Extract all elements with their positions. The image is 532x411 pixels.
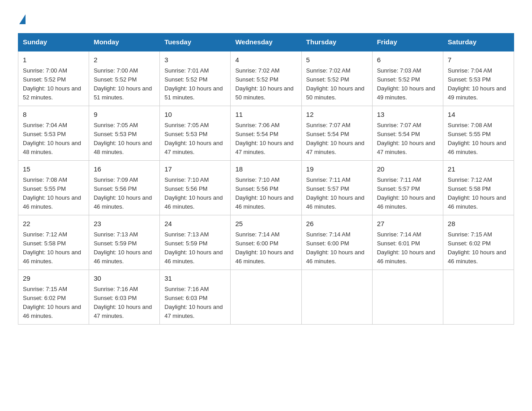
day-info: Sunrise: 7:05 AMSunset: 5:53 PMDaylight:… [94,121,155,157]
day-info: Sunrise: 7:02 AMSunset: 5:52 PMDaylight:… [235,66,296,103]
calendar-week-row: 1Sunrise: 7:00 AMSunset: 5:52 PMDaylight… [18,51,514,106]
day-info: Sunrise: 7:04 AMSunset: 5:53 PMDaylight:… [23,121,84,157]
day-number: 8 [23,110,84,120]
day-number: 1 [23,55,84,65]
calendar-day-cell: 18Sunrise: 7:10 AMSunset: 5:56 PMDayligh… [231,161,301,215]
day-info: Sunrise: 7:08 AMSunset: 5:55 PMDaylight:… [23,176,84,212]
day-of-week-header: Saturday [443,34,514,51]
day-number: 27 [377,219,438,229]
day-number: 13 [377,110,438,120]
day-number: 22 [23,219,84,229]
day-number: 12 [306,110,368,120]
calendar-day-cell: 8Sunrise: 7:04 AMSunset: 5:53 PMDaylight… [18,106,89,161]
day-info: Sunrise: 7:10 AMSunset: 5:56 PMDaylight:… [235,176,296,212]
day-number: 14 [448,110,509,120]
day-number: 20 [377,164,438,175]
calendar-day-cell: 17Sunrise: 7:10 AMSunset: 5:56 PMDayligh… [160,161,231,215]
calendar-week-row: 8Sunrise: 7:04 AMSunset: 5:53 PMDaylight… [18,106,514,161]
calendar-table: SundayMondayTuesdayWednesdayThursdayFrid… [18,33,514,325]
day-number: 2 [94,55,155,65]
day-number: 29 [23,274,84,284]
day-info: Sunrise: 7:08 AMSunset: 5:55 PMDaylight:… [448,121,509,157]
day-number: 21 [448,164,509,175]
calendar-day-cell [372,270,443,325]
calendar-day-cell: 21Sunrise: 7:12 AMSunset: 5:58 PMDayligh… [443,161,514,215]
calendar-day-cell: 9Sunrise: 7:05 AMSunset: 5:53 PMDaylight… [89,106,160,161]
day-number: 6 [377,55,438,65]
page-header [18,13,514,24]
day-of-week-header: Monday [89,34,160,51]
day-info: Sunrise: 7:05 AMSunset: 5:53 PMDaylight:… [164,121,226,157]
calendar-day-cell: 11Sunrise: 7:06 AMSunset: 5:54 PMDayligh… [231,106,301,161]
day-number: 17 [164,164,226,175]
day-info: Sunrise: 7:13 AMSunset: 5:59 PMDaylight:… [164,230,226,266]
calendar-day-cell: 7Sunrise: 7:04 AMSunset: 5:53 PMDaylight… [443,51,514,106]
calendar-day-cell: 27Sunrise: 7:14 AMSunset: 6:01 PMDayligh… [372,215,443,270]
day-number: 18 [235,164,296,175]
day-info: Sunrise: 7:04 AMSunset: 5:53 PMDaylight:… [448,66,509,103]
day-info: Sunrise: 7:01 AMSunset: 5:52 PMDaylight:… [164,66,226,103]
day-number: 4 [235,55,296,65]
day-info: Sunrise: 7:06 AMSunset: 5:54 PMDaylight:… [235,121,296,157]
calendar-day-cell: 1Sunrise: 7:00 AMSunset: 5:52 PMDaylight… [18,51,89,106]
day-number: 5 [306,55,368,65]
calendar-day-cell [443,270,514,325]
logo [18,13,26,24]
day-number: 31 [164,274,226,284]
day-number: 23 [94,219,155,229]
day-of-week-header: Tuesday [160,34,231,51]
day-info: Sunrise: 7:03 AMSunset: 5:52 PMDaylight:… [377,66,438,103]
calendar-week-row: 29Sunrise: 7:15 AMSunset: 6:02 PMDayligh… [18,270,514,325]
day-number: 28 [448,219,509,229]
day-number: 15 [23,164,84,175]
day-info: Sunrise: 7:15 AMSunset: 6:02 PMDaylight:… [448,230,509,266]
calendar-header: SundayMondayTuesdayWednesdayThursdayFrid… [18,34,514,51]
calendar-day-cell: 14Sunrise: 7:08 AMSunset: 5:55 PMDayligh… [443,106,514,161]
calendar-day-cell: 19Sunrise: 7:11 AMSunset: 5:57 PMDayligh… [301,161,372,215]
calendar-day-cell: 3Sunrise: 7:01 AMSunset: 5:52 PMDaylight… [160,51,231,106]
day-info: Sunrise: 7:00 AMSunset: 5:52 PMDaylight:… [23,66,84,103]
calendar-day-cell: 23Sunrise: 7:13 AMSunset: 5:59 PMDayligh… [89,215,160,270]
day-of-week-header: Friday [372,34,443,51]
calendar-day-cell: 20Sunrise: 7:11 AMSunset: 5:57 PMDayligh… [372,161,443,215]
calendar-day-cell: 5Sunrise: 7:02 AMSunset: 5:52 PMDaylight… [301,51,372,106]
day-info: Sunrise: 7:07 AMSunset: 5:54 PMDaylight:… [377,121,438,157]
day-number: 7 [448,55,509,65]
day-number: 25 [235,219,296,229]
calendar-day-cell: 16Sunrise: 7:09 AMSunset: 5:56 PMDayligh… [89,161,160,215]
logo-triangle-icon [19,14,26,24]
calendar-day-cell: 4Sunrise: 7:02 AMSunset: 5:52 PMDaylight… [231,51,301,106]
day-info: Sunrise: 7:09 AMSunset: 5:56 PMDaylight:… [94,176,155,212]
day-info: Sunrise: 7:16 AMSunset: 6:03 PMDaylight:… [164,285,226,321]
calendar-day-cell: 6Sunrise: 7:03 AMSunset: 5:52 PMDaylight… [372,51,443,106]
calendar-day-cell: 22Sunrise: 7:12 AMSunset: 5:58 PMDayligh… [18,215,89,270]
calendar-week-row: 15Sunrise: 7:08 AMSunset: 5:55 PMDayligh… [18,161,514,215]
day-info: Sunrise: 7:12 AMSunset: 5:58 PMDaylight:… [448,176,509,212]
day-number: 30 [94,274,155,284]
calendar-day-cell [301,270,372,325]
calendar-day-cell: 30Sunrise: 7:16 AMSunset: 6:03 PMDayligh… [89,270,160,325]
day-of-week-header: Thursday [301,34,372,51]
day-number: 9 [94,110,155,120]
calendar-day-cell: 15Sunrise: 7:08 AMSunset: 5:55 PMDayligh… [18,161,89,215]
day-number: 3 [164,55,226,65]
day-info: Sunrise: 7:10 AMSunset: 5:56 PMDaylight:… [164,176,226,212]
day-number: 10 [164,110,226,120]
day-info: Sunrise: 7:12 AMSunset: 5:58 PMDaylight:… [23,230,84,266]
day-number: 19 [306,164,368,175]
day-number: 26 [306,219,368,229]
calendar-day-cell: 13Sunrise: 7:07 AMSunset: 5:54 PMDayligh… [372,106,443,161]
calendar-day-cell: 10Sunrise: 7:05 AMSunset: 5:53 PMDayligh… [160,106,231,161]
day-info: Sunrise: 7:00 AMSunset: 5:52 PMDaylight:… [94,66,155,103]
day-number: 11 [235,110,296,120]
calendar-day-cell [231,270,301,325]
day-info: Sunrise: 7:14 AMSunset: 6:00 PMDaylight:… [235,230,296,266]
day-info: Sunrise: 7:14 AMSunset: 6:01 PMDaylight:… [377,230,438,266]
calendar-day-cell: 25Sunrise: 7:14 AMSunset: 6:00 PMDayligh… [231,215,301,270]
day-number: 16 [94,164,155,175]
day-info: Sunrise: 7:15 AMSunset: 6:02 PMDaylight:… [23,285,84,321]
day-info: Sunrise: 7:14 AMSunset: 6:00 PMDaylight:… [306,230,368,266]
calendar-day-cell: 12Sunrise: 7:07 AMSunset: 5:54 PMDayligh… [301,106,372,161]
calendar-day-cell: 31Sunrise: 7:16 AMSunset: 6:03 PMDayligh… [160,270,231,325]
day-number: 24 [164,219,226,229]
